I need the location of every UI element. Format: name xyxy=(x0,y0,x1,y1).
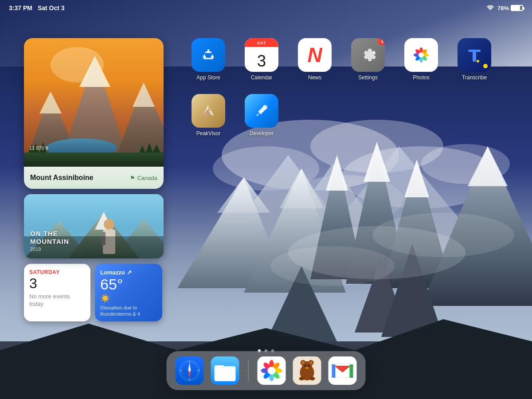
peakvisor-footer: Mount Assiniboine ⚑ Canada xyxy=(24,167,164,189)
svg-point-95 xyxy=(268,367,276,375)
svg-point-104 xyxy=(308,365,310,367)
app-calendar[interactable]: SAT 3 Calendar xyxy=(239,38,284,81)
svg-rect-67 xyxy=(473,52,476,62)
svg-point-30 xyxy=(490,9,491,10)
app-developer[interactable]: Developer xyxy=(239,94,284,137)
main-content: 11 870 ft Mount Assiniboine ⚑ Canada xyxy=(0,16,532,399)
app-transcribe[interactable]: Transcribe xyxy=(452,38,497,81)
app-photos[interactable]: Photos xyxy=(399,38,443,81)
app-grid: App Store SAT 3 Calendar N News 1 xyxy=(186,38,497,137)
news-icon: N xyxy=(298,38,332,72)
svg-rect-40 xyxy=(24,153,164,167)
bear-app-icon xyxy=(293,356,321,385)
photos-icon xyxy=(404,38,438,72)
weather-location: Lomazzo ↗ xyxy=(100,269,157,276)
svg-rect-111 xyxy=(332,364,336,378)
svg-rect-85 xyxy=(215,368,235,380)
weather-widget[interactable]: Lomazzo ↗ 65° ☀️ Disruption due to thund… xyxy=(95,264,162,321)
battery-percent: 78% xyxy=(497,5,509,12)
battery-indicator: 78% xyxy=(497,5,523,12)
svg-point-82 xyxy=(189,370,191,372)
developer-label: Developer xyxy=(250,130,274,137)
safari-app-icon xyxy=(176,356,204,385)
dock-divider xyxy=(248,360,249,382)
svg-point-103 xyxy=(305,365,306,367)
svg-point-68 xyxy=(477,60,479,63)
transcribe-label: Transcribe xyxy=(462,74,487,81)
svg-point-53 xyxy=(104,219,114,230)
mountain-video-widget[interactable]: ON THEMOUNTAIN 2019 xyxy=(24,194,164,258)
peakvisor-image: 11 870 ft xyxy=(24,38,164,167)
transcribe-icon xyxy=(458,38,491,72)
mountain-country: ⚑ Canada xyxy=(130,175,157,181)
settings-label: Settings xyxy=(358,74,377,81)
app-peakvisor[interactable]: PeakVisor xyxy=(186,94,231,137)
settings-badge: 1 xyxy=(378,38,385,45)
video-text-overlay: ON THEMOUNTAIN 2019 xyxy=(30,230,69,252)
calendar-widget[interactable]: SATURDAY 3 No more events today xyxy=(24,264,90,321)
files-app-icon xyxy=(211,356,239,385)
svg-point-105 xyxy=(305,367,309,369)
video-year: 2019 xyxy=(30,246,69,252)
dock-photos[interactable] xyxy=(258,356,286,385)
peakvisor-widget[interactable]: 11 870 ft Mount Assiniboine ⚑ Canada xyxy=(24,38,164,189)
dock-gmail[interactable] xyxy=(329,356,357,385)
weather-sun-icon: ☀️ xyxy=(100,293,157,303)
widgets-panel: 11 870 ft Mount Assiniboine ⚑ Canada xyxy=(24,38,164,321)
appstore-label: App Store xyxy=(196,74,220,81)
status-bar: 3:37 PM Sat Oct 3 78% xyxy=(0,0,532,16)
time-display: 3:37 PM xyxy=(9,4,32,12)
date-display: Sat Oct 3 xyxy=(38,4,65,12)
app-news[interactable]: N News xyxy=(293,38,337,81)
svg-point-101 xyxy=(302,361,305,364)
elevation-badge: 11 870 ft xyxy=(29,145,48,151)
svg-point-107 xyxy=(310,377,315,380)
app-settings[interactable]: 1 Settings xyxy=(346,38,390,81)
app-appstore[interactable]: App Store xyxy=(186,38,231,81)
weather-temperature: 65° xyxy=(100,277,157,292)
photos-label: Photos xyxy=(413,74,429,81)
dock-bear[interactable] xyxy=(293,356,321,385)
svg-rect-66 xyxy=(468,50,481,52)
bottom-widgets-row: SATURDAY 3 No more events today Lomazzo … xyxy=(24,264,164,321)
calendar-icon: SAT 3 xyxy=(245,38,278,72)
photos-dock-icon xyxy=(258,356,286,385)
svg-point-65 xyxy=(419,52,424,58)
settings-icon: 1 xyxy=(351,38,385,72)
svg-point-72 xyxy=(263,106,267,109)
appstore-icon xyxy=(192,38,225,72)
calendar-day-label: SATURDAY xyxy=(29,269,85,275)
transcribe-notification xyxy=(483,64,488,68)
peakvisor-app-label: PeakVisor xyxy=(196,130,220,137)
developer-icon xyxy=(245,94,278,128)
calendar-no-events: No more events today xyxy=(29,293,85,308)
news-label: News xyxy=(308,74,321,81)
weather-description: Disruption due to thunderstorms & 4 xyxy=(100,305,157,317)
svg-rect-112 xyxy=(350,364,353,378)
gmail-app-icon xyxy=(329,356,357,385)
dock xyxy=(167,351,366,390)
dock-files[interactable] xyxy=(211,356,239,385)
mountain-name: Mount Assiniboine xyxy=(30,174,94,182)
dock-safari[interactable] xyxy=(176,356,204,385)
peakvisor-app-icon xyxy=(192,94,225,128)
svg-point-106 xyxy=(299,377,305,380)
video-title: ON THEMOUNTAIN xyxy=(30,230,69,246)
wifi-icon xyxy=(487,4,494,12)
svg-point-102 xyxy=(310,361,313,364)
calendar-label: Calendar xyxy=(251,74,273,81)
calendar-date: 3 xyxy=(29,276,85,290)
